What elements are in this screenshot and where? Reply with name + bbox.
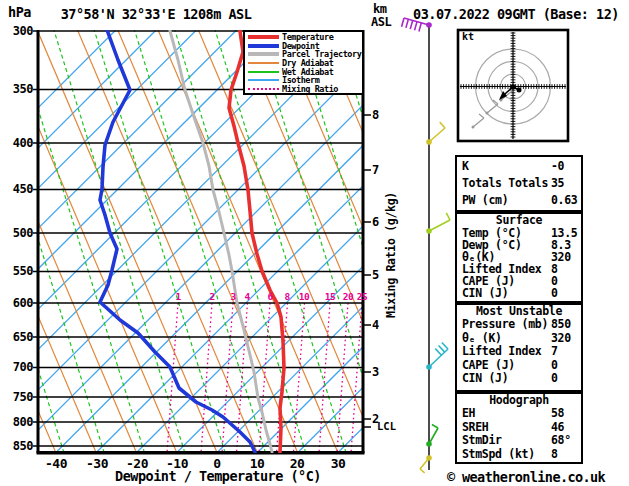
pressure-tick-label: 400	[4, 136, 33, 150]
row-value: 68°	[551, 434, 571, 448]
mixing-ratio-label: 4	[237, 291, 257, 302]
panel-row: CIN (J)0	[457, 372, 581, 386]
pressure-tick-label: 850	[4, 439, 33, 453]
pressure-tick-label: 500	[4, 226, 33, 240]
row-label: θₑ (K)	[457, 331, 502, 345]
temp-tick-label: -20	[117, 456, 157, 471]
station-title: 37°58'N 32°33'E 1208m ASL	[50, 6, 262, 22]
mixing-ratio-label: 15	[320, 291, 340, 302]
isotherm-swatch	[248, 79, 279, 81]
legend-row: Mixing Ratio	[245, 85, 362, 94]
row-value: 0.63	[551, 192, 578, 209]
pressure-tick-label: 300	[4, 24, 33, 38]
panel-row: SREH46	[457, 421, 581, 435]
dewpoint-line-swatch	[248, 44, 279, 48]
row-label: Totals Totals	[457, 176, 548, 190]
panel-row: EH58	[457, 407, 581, 421]
row-label: EH	[457, 406, 475, 420]
hodograph-panel: Hodograph EH58 SREH46 StmDir68° StmSpd (…	[455, 392, 583, 464]
temp-tick-label: 10	[237, 456, 277, 471]
panel-row: Pressure (mb)850	[457, 318, 581, 332]
temp-tick-label: 20	[277, 456, 317, 471]
row-value: 58	[551, 407, 564, 421]
indices-panel: K-0 Totals Totals35 PW (cm)0.63	[455, 155, 583, 212]
row-value: 320	[551, 332, 571, 346]
surface-panel: Surface Temp (°C)13.5 Dewp (°C)8.3 θₑ(K)…	[455, 212, 583, 303]
parcel-line-swatch	[248, 52, 279, 56]
row-value: 46	[551, 421, 564, 435]
row-label: StmDir	[457, 433, 502, 447]
row-label: PW (cm)	[457, 193, 508, 207]
mixing-ratio-label: 25	[352, 291, 372, 302]
mixing-ratio-axis-title: Mixing Ratio (g/kg)	[384, 192, 398, 318]
pressure-tick-label: 700	[4, 360, 33, 374]
row-label: Pressure (mb)	[457, 317, 548, 331]
row-value: 35	[551, 175, 564, 192]
row-value: 0	[551, 359, 558, 373]
pressure-tick-label: 650	[4, 330, 33, 344]
panel-row: θₑ (K)320	[457, 332, 581, 346]
pressure-tick-label: 800	[4, 415, 33, 429]
legend-label: Mixing Ratio	[282, 84, 338, 94]
row-value: 7	[551, 345, 558, 359]
dry-adiabat-swatch	[248, 62, 279, 64]
temperature-line-swatch	[248, 35, 279, 39]
skewt-sounding-page: hPa 37°58'N 32°33'E 1208m ASL km ASL 03.…	[0, 0, 629, 486]
asl-axis-unit: ASL	[371, 15, 391, 29]
row-label: CIN (J)	[457, 371, 508, 385]
row-label: CIN (J)	[457, 286, 508, 300]
km-tick-label: 7	[372, 163, 388, 177]
hodograph-unit-label: kt	[462, 31, 474, 42]
panel-row: Totals Totals35	[457, 175, 581, 192]
panel-row: StmDir68°	[457, 434, 581, 448]
pressure-tick-label: 450	[4, 182, 33, 196]
row-label: Lifted Index	[457, 344, 541, 358]
row-label: CAPE (J)	[457, 358, 515, 372]
panel-row: CIN (J)0	[457, 287, 581, 299]
lcl-label: LCL	[377, 420, 396, 432]
temp-tick-label: 0	[197, 456, 237, 471]
copyright-label: © weatheronline.co.uk	[447, 469, 605, 485]
row-value: 0	[551, 372, 558, 386]
row-value: -0	[551, 158, 564, 175]
panel-row: StmSpd (kt)8	[457, 448, 581, 462]
row-label: K	[457, 159, 469, 173]
temp-tick-label: -30	[77, 456, 117, 471]
mixing-ratio-label: 2	[202, 291, 222, 302]
row-value: 850	[551, 318, 571, 332]
row-label: StmSpd (kt)	[457, 447, 535, 461]
panel-row: Lifted Index7	[457, 345, 581, 359]
km-tick-label: 3	[372, 365, 388, 379]
mixing-ratio-label: 10	[294, 291, 314, 302]
wet-adiabat-swatch	[248, 71, 279, 73]
km-axis-unit: km	[373, 2, 386, 16]
mixing-ratio-swatch	[248, 88, 279, 90]
mixing-ratio-label: 1	[168, 291, 188, 302]
row-label: SREH	[457, 420, 489, 434]
pressure-tick-label: 550	[4, 264, 33, 278]
panel-row: K-0	[457, 158, 581, 175]
row-value: 0	[551, 287, 558, 299]
km-tick-label: 8	[372, 108, 388, 122]
pressure-tick-label: 350	[4, 82, 33, 96]
temp-tick-label: -10	[157, 456, 197, 471]
row-value: 8	[551, 448, 558, 462]
panel-row: PW (cm)0.63	[457, 192, 581, 209]
km-tick-label: 4	[372, 318, 388, 332]
most-unstable-panel: Most Unstable Pressure (mb)850 θₑ (K)320…	[455, 303, 583, 392]
temp-tick-label: -40	[36, 456, 76, 471]
temp-tick-label: 30	[318, 456, 358, 471]
legend: Temperature Dewpoint Parcel Trajectory D…	[243, 30, 364, 95]
panel-row: CAPE (J)0	[457, 359, 581, 373]
pressure-tick-label: 750	[4, 390, 33, 404]
pressure-tick-label: 600	[4, 296, 33, 310]
datetime-label: 03.07.2022 09GMT (Base: 12)	[404, 6, 628, 22]
